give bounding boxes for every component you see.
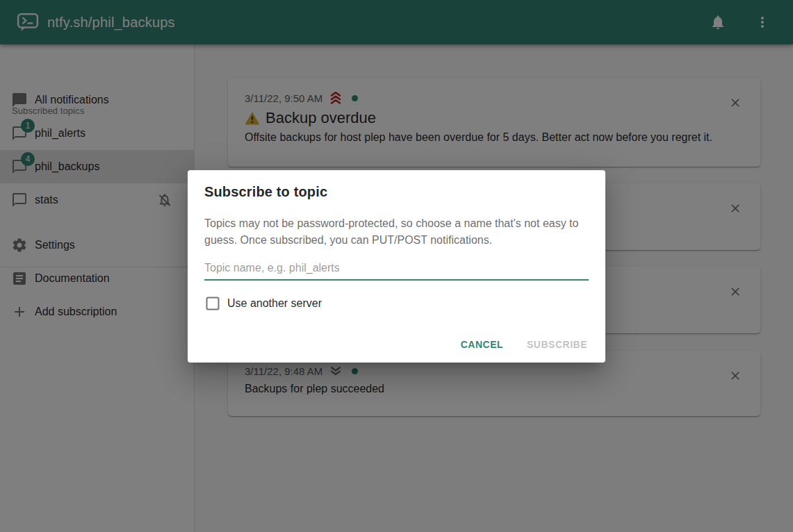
subscribe-button[interactable]: SUBSCRIBE bbox=[520, 333, 594, 356]
dialog-description: Topics may not be password-protected, so… bbox=[204, 215, 589, 249]
subscribe-dialog: Subscribe to topic Topics may not be pas… bbox=[188, 170, 605, 363]
ntfy-app: ntfy.sh/phil_backups Subscribed topics bbox=[0, 0, 793, 532]
checkbox-unchecked-icon[interactable] bbox=[204, 295, 221, 312]
checkbox-label: Use another server bbox=[227, 297, 322, 310]
dialog-title: Subscribe to topic bbox=[204, 184, 589, 200]
topic-name-input[interactable] bbox=[204, 258, 589, 281]
use-another-server-checkbox-row[interactable]: Use another server bbox=[204, 295, 589, 312]
cancel-button[interactable]: CANCEL bbox=[454, 333, 510, 356]
